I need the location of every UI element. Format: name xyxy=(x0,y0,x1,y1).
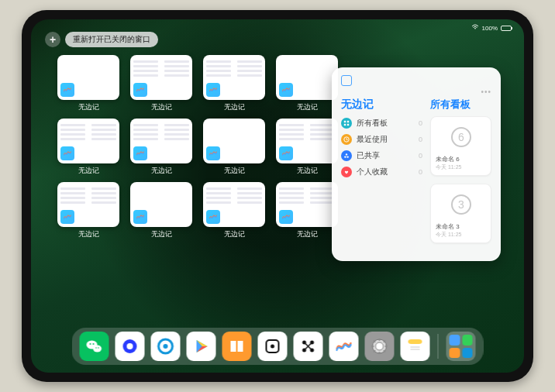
sidebar-item-count: 0 xyxy=(419,152,422,160)
svg-point-6 xyxy=(344,156,346,157)
window-thumbnail[interactable]: 无边记 xyxy=(203,119,265,176)
window-thumbnail[interactable]: 无边记 xyxy=(57,119,119,176)
svg-rect-0 xyxy=(344,121,346,122)
dock-app-qqbrowser[interactable] xyxy=(151,332,181,361)
dock-app-quark[interactable] xyxy=(115,332,145,361)
freeform-app-icon xyxy=(133,146,147,160)
dock-app-wechat[interactable] xyxy=(80,332,109,361)
window-label: 无边记 xyxy=(78,229,99,239)
window-thumbnail[interactable]: 无边记 xyxy=(276,55,338,112)
window-preview xyxy=(57,119,119,163)
window-preview xyxy=(203,119,265,163)
sidebar-item-count: 0 xyxy=(419,136,422,143)
svg-point-15 xyxy=(93,343,95,345)
window-preview xyxy=(276,55,338,100)
window-thumbnail[interactable]: 无边记 xyxy=(57,182,119,239)
share-icon xyxy=(341,150,352,161)
window-label: 无边记 xyxy=(151,166,172,176)
window-label: 无边记 xyxy=(224,229,245,239)
window-thumbnail[interactable]: 无边记 xyxy=(276,182,338,239)
svg-point-14 xyxy=(90,343,91,345)
panel-app-icon xyxy=(341,75,352,86)
freeform-app-icon xyxy=(60,146,74,160)
window-thumbnail[interactable]: 无边记 xyxy=(130,182,192,239)
reopen-closed-windows-button[interactable]: 重新打开已关闭的窗口 xyxy=(65,32,158,47)
dock xyxy=(72,328,484,365)
freeform-app-icon xyxy=(206,146,220,160)
panel-left-column: 无边记 所有看板 0 最近使用 0 已共享 0 个人收藏 0 xyxy=(341,96,422,252)
panel-right-column: 所有看板 6 未命名 6 今天 11:25 3 未命名 3 今天 11:25 xyxy=(430,96,491,252)
svg-rect-2 xyxy=(344,124,346,126)
heart-icon xyxy=(341,167,352,177)
sidebar-item-label: 个人收藏 xyxy=(357,167,388,177)
freeform-app-icon xyxy=(60,210,74,224)
board-card[interactable]: 6 未命名 6 今天 11:25 xyxy=(430,116,491,176)
dock-app-settings[interactable] xyxy=(365,332,395,361)
svg-point-21 xyxy=(164,344,168,349)
window-preview xyxy=(130,182,192,227)
sidebar-item[interactable]: 最近使用 0 xyxy=(341,134,422,145)
svg-rect-39 xyxy=(408,339,422,344)
board-title: 未命名 3 xyxy=(436,222,486,231)
svg-text:6: 6 xyxy=(458,131,464,143)
freeform-app-icon xyxy=(133,83,147,97)
svg-point-16 xyxy=(95,347,97,349)
board-card[interactable]: 3 未命名 3 今天 11:25 xyxy=(430,184,491,243)
sidebar-item-label: 最近使用 xyxy=(357,135,388,145)
sidebar-item[interactable]: 所有看板 0 xyxy=(341,118,422,129)
dock-app-freeform[interactable] xyxy=(329,332,359,361)
dock-app-nodes[interactable] xyxy=(294,332,323,361)
window-thumbnail[interactable]: 无边记 xyxy=(276,119,338,176)
window-preview xyxy=(130,55,192,100)
window-preview xyxy=(57,55,119,100)
svg-point-29 xyxy=(376,342,384,350)
window-thumbnail[interactable]: 无边记 xyxy=(130,119,192,176)
dock-app-notes[interactable] xyxy=(401,332,430,361)
window-thumbnail[interactable]: 无边记 xyxy=(57,55,119,112)
sidebar-item[interactable]: 个人收藏 0 xyxy=(341,167,422,177)
board-title: 未命名 6 xyxy=(436,155,486,163)
window-label: 无边记 xyxy=(297,166,318,176)
svg-point-13 xyxy=(93,346,102,352)
window-label: 无边记 xyxy=(297,102,318,112)
svg-point-5 xyxy=(346,153,347,155)
window-label: 无边记 xyxy=(224,166,245,176)
board-sketch: 6 xyxy=(436,121,486,153)
window-label: 无边记 xyxy=(297,229,318,239)
window-label: 无边记 xyxy=(151,229,172,239)
screen: 100% + 重新打开已关闭的窗口 无边记 无边记 无边记 无边记 无边记 xyxy=(31,19,524,373)
ipad-frame: 100% + 重新打开已关闭的窗口 无边记 无边记 无边记 无边记 无边记 xyxy=(22,10,533,382)
panel-drag-handle-icon[interactable]: ••• xyxy=(481,88,491,96)
window-preview xyxy=(203,182,265,227)
grid-icon xyxy=(341,118,352,129)
window-preview xyxy=(203,55,265,100)
window-thumbnail[interactable]: 无边记 xyxy=(130,55,192,112)
reopen-row: + 重新打开已关闭的窗口 xyxy=(45,32,158,47)
app-library-button[interactable] xyxy=(446,332,476,361)
window-thumbnail[interactable]: 无边记 xyxy=(203,55,265,112)
freeform-app-icon xyxy=(60,83,74,97)
dock-app-play[interactable] xyxy=(187,332,216,361)
dock-app-books[interactable] xyxy=(222,332,252,361)
sidebar-item[interactable]: 已共享 0 xyxy=(341,150,422,161)
svg-point-19 xyxy=(127,343,133,349)
freeform-app-icon xyxy=(279,210,293,224)
window-label: 无边记 xyxy=(78,102,99,112)
dock-app-dice[interactable] xyxy=(258,332,288,361)
svg-rect-1 xyxy=(347,121,349,122)
window-preview xyxy=(276,182,338,227)
window-thumbnail[interactable]: 无边记 xyxy=(203,182,265,239)
window-preview xyxy=(276,119,338,163)
freeform-app-icon xyxy=(206,83,220,97)
sidebar-item-label: 所有看板 xyxy=(357,119,388,129)
panel-left-title: 无边记 xyxy=(341,98,422,112)
new-window-button[interactable]: + xyxy=(45,32,60,47)
board-subtitle: 今天 11:25 xyxy=(436,231,486,239)
sidebar-item-count: 0 xyxy=(419,119,422,127)
wifi-icon xyxy=(471,24,479,32)
window-label: 无边记 xyxy=(224,102,245,112)
panel-right-title: 所有看板 xyxy=(430,98,491,112)
freeform-app-icon xyxy=(206,210,220,224)
freeform-app-icon xyxy=(133,210,147,224)
battery-pct: 100% xyxy=(482,25,498,32)
